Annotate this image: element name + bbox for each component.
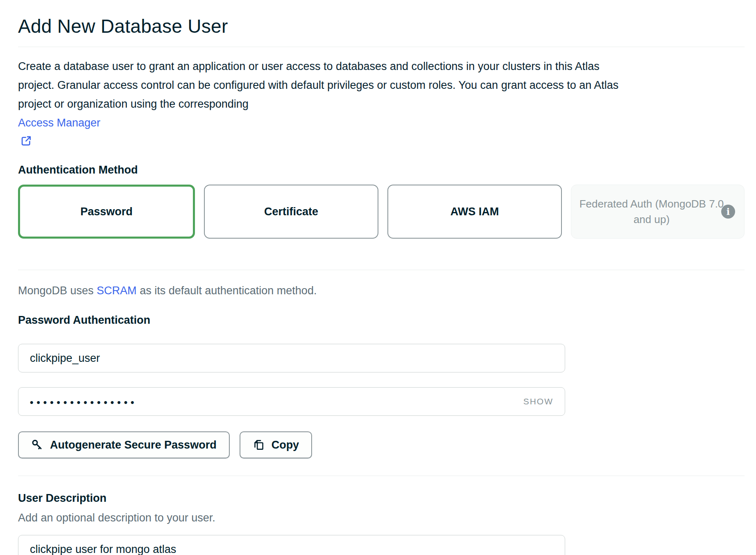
- section-divider: [18, 270, 745, 270]
- access-manager-link-label: Access Manager: [18, 113, 745, 132]
- username-input[interactable]: [18, 344, 565, 372]
- password-input[interactable]: •••••••••••••••• SHOW: [18, 387, 565, 416]
- scram-note: MongoDB uses SCRAM as its default authen…: [18, 284, 745, 297]
- password-actions: Autogenerate Secure Password Copy: [18, 431, 745, 458]
- title-divider: [18, 47, 745, 47]
- auth-option-aws-iam[interactable]: AWS IAM: [387, 185, 562, 239]
- description-line-3-text: project or organization using the corres…: [18, 98, 249, 110]
- show-password-button[interactable]: SHOW: [523, 397, 553, 406]
- info-icon[interactable]: i: [721, 205, 735, 219]
- password-auth-heading: Password Authentication: [18, 314, 745, 327]
- autogenerate-password-label: Autogenerate Secure Password: [50, 439, 217, 451]
- auth-method-options: Password Certificate AWS IAM Federated A…: [18, 185, 745, 239]
- page-description: Create a database user to grant an appli…: [18, 57, 745, 151]
- password-mask: ••••••••••••••••: [30, 397, 137, 408]
- user-description-input[interactable]: [18, 535, 565, 555]
- auth-option-certificate-label: Certificate: [264, 205, 318, 218]
- user-description-heading: User Description: [18, 492, 745, 505]
- user-description-helper: Add an optional description to your user…: [18, 511, 745, 524]
- auth-option-password-label: Password: [80, 205, 133, 218]
- auth-option-certificate[interactable]: Certificate: [204, 185, 378, 239]
- auth-option-federated-auth: Federated Auth (MongoDB 7.0 and up) i: [571, 185, 745, 239]
- access-manager-link[interactable]: Access Manager: [18, 113, 745, 148]
- add-database-user-page: Add New Database User Create a database …: [0, 0, 756, 555]
- autogenerate-password-button[interactable]: Autogenerate Secure Password: [18, 431, 230, 458]
- auth-option-password[interactable]: Password: [18, 185, 195, 239]
- description-line-3: project or organization using the corres…: [18, 95, 745, 151]
- key-icon: [31, 439, 43, 451]
- scram-link[interactable]: SCRAM: [97, 284, 137, 297]
- copy-password-label: Copy: [272, 439, 299, 451]
- auth-option-aws-iam-label: AWS IAM: [450, 205, 499, 218]
- description-line-2: project. Granular access control can be …: [18, 76, 745, 95]
- password-section-divider: [18, 476, 745, 476]
- auth-method-label: Authentication Method: [18, 163, 745, 176]
- scram-note-after: as its default authentication method.: [137, 284, 317, 297]
- copy-icon: [253, 439, 265, 451]
- federated-auth-line-1: Federated Auth: [579, 198, 652, 210]
- external-link-icon: [20, 135, 32, 147]
- scram-note-before: MongoDB uses: [18, 284, 97, 297]
- auth-option-federated-auth-label: Federated Auth (MongoDB 7.0 and up): [571, 196, 744, 227]
- description-line-1: Create a database user to grant an appli…: [18, 57, 745, 76]
- copy-password-button[interactable]: Copy: [240, 431, 312, 458]
- page-title: Add New Database User: [18, 15, 745, 38]
